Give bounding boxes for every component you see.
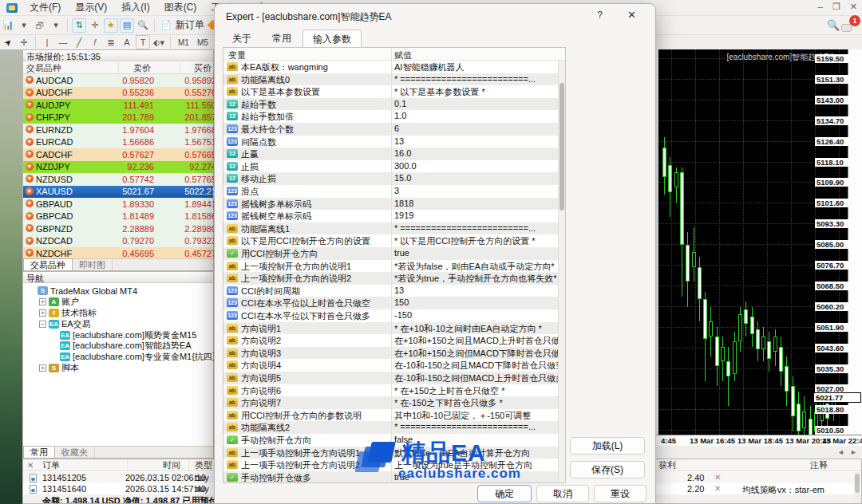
input-row[interactable]: ab功能隔离线1* =========================... xyxy=(223,222,565,235)
input-row[interactable]: 123CCI的时间周期13 xyxy=(223,285,565,297)
market-watch-row-EURCAD[interactable]: ▼EURCAD1.566861.56751 xyxy=(23,136,213,149)
input-row[interactable]: 123CCI在本水平位以下时首仓只做多-150 xyxy=(223,309,565,322)
tree-expander-icon[interactable]: + xyxy=(39,309,46,317)
window-minimize-icon[interactable]: – xyxy=(818,2,823,12)
profiles-dropdown-icon[interactable]: ▾ xyxy=(49,18,63,33)
input-row[interactable]: 123滑点3 xyxy=(223,185,565,198)
terminal-toggle-icon[interactable]: ▤ xyxy=(120,18,134,33)
market-watch-row-GBPNZD[interactable]: ▼GBPNZD2.288892.28980 xyxy=(23,222,213,235)
help-icon[interactable]: ? xyxy=(597,10,603,21)
horizontal-line-tool-icon[interactable]: — xyxy=(56,35,70,49)
notifications-icon[interactable]: 1 xyxy=(841,18,857,33)
market-watch-row-AUDCHF[interactable]: ▼AUDCHF0.552360.55276 xyxy=(23,87,213,100)
tab-about[interactable]: 关于 xyxy=(223,30,261,47)
window-close-icon[interactable]: ✕ xyxy=(850,2,857,12)
market-watch-row-EURNZD[interactable]: ▼EURNZD1.976041.97668 xyxy=(23,124,213,136)
input-row[interactable]: 12起始手数加倍1.0 xyxy=(223,110,565,123)
scroll-left-icon[interactable]: ◄ xyxy=(837,448,844,456)
tab-favorites[interactable]: 收藏夹 xyxy=(55,447,95,458)
input-row[interactable]: 12止赢16.0 xyxy=(223,148,565,160)
market-watch-row-GBPAUD[interactable]: ▼GBPAUD1.893301.89441 xyxy=(23,198,213,211)
new-chart-icon[interactable]: 📊 xyxy=(1,18,15,33)
menu-图表(C)[interactable]: 图表(C) xyxy=(157,0,204,14)
close-icon[interactable]: ✕ xyxy=(627,9,636,21)
label-tool-icon[interactable]: T xyxy=(136,35,150,49)
input-row[interactable]: ab以下是用CCI控制开仓方向的设置* 以下是用CCI控制开仓方向的设置 * xyxy=(223,234,565,247)
close-order-icon[interactable]: ✕ xyxy=(714,484,721,493)
market-watch-row-NZDJPY[interactable]: ▼NZDJPY92.23692.274 xyxy=(23,161,213,174)
inputs-scrollbar[interactable] xyxy=(558,61,565,483)
input-row[interactable]: ab用CCI控制开仓方向的参数说明其中10和-10已固定，＋-150可调整 xyxy=(223,409,565,422)
ok-button[interactable]: 确定 xyxy=(477,485,532,502)
trendline-tool-icon[interactable]: ╱ xyxy=(72,35,86,49)
input-row[interactable]: ab方向说明1* 在+10和-10之间时由EA自动定方向 * xyxy=(223,322,565,335)
load-button[interactable]: 加载(L) xyxy=(570,437,645,455)
new-order-icon[interactable]: 📄 xyxy=(159,18,173,33)
market-watch-row-AUDCAD[interactable]: ▼AUDCAD0.958200.95892 xyxy=(23,74,213,87)
chart-time-axis[interactable]: 4:4513 Mar 16:4513 Mar 18:4513 Mar 20:45… xyxy=(656,435,862,446)
tree-expander-icon[interactable]: + xyxy=(39,364,46,372)
new-order-button[interactable]: 新订单 xyxy=(176,18,204,32)
tree-expander-icon[interactable]: − xyxy=(39,321,46,328)
cursor-tool-icon[interactable]: ➤ xyxy=(0,32,18,52)
reset-button[interactable]: 重设 xyxy=(594,485,646,502)
profiles-icon[interactable]: 🗗 xyxy=(33,18,47,33)
market-watch-row-AUDJPY[interactable]: ▼AUDJPY111.491111.550 xyxy=(23,99,213,112)
channel-tool-icon[interactable]: ≣ xyxy=(104,35,118,49)
input-row[interactable]: ab以下是基本参数设置* 以下是基本参数设置 * xyxy=(223,85,565,98)
input-row[interactable]: 123摇钱树空单标示码1919 xyxy=(223,210,565,222)
new-chart-dropdown-icon[interactable]: ▾ xyxy=(17,18,31,33)
input-row[interactable]: ab上一项控制开仓方向的说明2*若设为true，手动控制开仓方向也将失效* xyxy=(223,272,565,285)
input-row[interactable]: ab方向说明7* 在-150之下时首仓只做多 * xyxy=(223,396,565,409)
market-watch-row-XAUUSD[interactable]: ▼XAUUSD5021.675022.21 xyxy=(23,186,213,199)
save-button[interactable]: 保存(S) xyxy=(570,461,645,478)
input-row[interactable]: ab方向说明6* 在+150之上时首仓只做空 * xyxy=(223,384,565,397)
terminal-close-icon[interactable]: ✕ xyxy=(27,461,34,470)
chart-scrollbar[interactable]: ◄ ► xyxy=(656,447,862,458)
tab-inputs[interactable]: 输入参数 xyxy=(302,30,362,47)
vertical-line-tool-icon[interactable]: | xyxy=(40,35,54,49)
market-watch-toggle-icon[interactable]: ⇅ xyxy=(72,18,86,33)
crosshair-tool-icon[interactable]: ✛ xyxy=(17,35,31,49)
fibonacci-tool-icon[interactable]: 𝑓 xyxy=(88,35,102,49)
input-row[interactable]: ab方向说明4在-10和-150之间且MACD下降时首仓只做空 xyxy=(223,359,565,372)
menu-显示(V)[interactable]: 显示(V) xyxy=(68,0,114,14)
market-watch-row-CHFJPY[interactable]: ▼CHFJPY201.789201.857 xyxy=(23,112,213,124)
text-tool-icon[interactable]: A xyxy=(120,35,134,49)
input-row[interactable]: 123CCI在本水平位以上时首仓只做空150 xyxy=(223,297,565,309)
terminal-scrollbar[interactable] xyxy=(854,472,860,504)
input-row[interactable]: 123最大持仓个数6 xyxy=(223,123,565,136)
close-order-icon[interactable]: ✕ xyxy=(714,473,721,482)
dialog-title-bar[interactable]: Expert - [eaclubshare.com]智能趋势EA ? ✕ xyxy=(215,4,655,26)
timeframe-m5-button[interactable]: M5 xyxy=(193,37,212,48)
input-row[interactable]: 12移动止损15.0 xyxy=(223,172,565,185)
chart-price-axis[interactable]: 5159.505151.305143.005134.705126.405118.… xyxy=(848,49,862,435)
window-restore-icon[interactable]: ❐ xyxy=(832,2,840,12)
input-row[interactable]: ab功能隔离线2* =========================... xyxy=(223,421,565,434)
input-row[interactable]: ab本EA版权：wangmingAI智能稳赚机器人 xyxy=(223,61,565,73)
navigator-toggle-icon[interactable]: ★ xyxy=(104,18,118,33)
input-row[interactable]: 123摇钱树多单标示码1818 xyxy=(223,198,565,211)
input-row[interactable]: ✓用CCI控制开仓方向true xyxy=(223,247,565,260)
menu-文件(F)[interactable]: 文件(F) xyxy=(22,0,68,14)
input-row[interactable]: ab方向说明2在+10和+150之间且MACD上升时首仓只做多 xyxy=(223,334,565,347)
input-row[interactable]: 12起始手数0.1 xyxy=(223,98,565,111)
shapes-tool-icon[interactable]: ⬖▾ xyxy=(152,35,166,49)
market-watch-row-NZDUSD[interactable]: ▼NZDUSD0.577420.57765 xyxy=(23,173,213,186)
tab-tick-chart[interactable]: 即时图 xyxy=(73,259,113,270)
input-row[interactable]: 12止损300.0 xyxy=(223,160,565,173)
market-watch-row-NZDCAD[interactable]: ▼NZDCAD0.792700.79323 xyxy=(23,235,213,248)
menu-插入(I)[interactable]: 插入(I) xyxy=(114,0,156,14)
market-watch-row-CADCHF[interactable]: ▼CADCHF0.576270.57665 xyxy=(23,148,213,161)
input-row[interactable]: ab方向说明3在+10和+150之间但MACD下降时首仓只做空 xyxy=(223,347,565,360)
strategy-tester-icon[interactable]: 🔍 xyxy=(136,18,150,33)
tab-common[interactable]: 常用 xyxy=(23,446,55,458)
data-window-icon[interactable]: ✛ xyxy=(88,18,102,33)
tab-common[interactable]: 常用 xyxy=(263,30,301,47)
input-row[interactable]: ab上一项控制开仓方向的说明1*若设为false，则由EA自动或手动定方向* xyxy=(223,260,565,273)
cancel-button[interactable]: 取消 xyxy=(536,485,589,502)
search-icon[interactable]: 🔍 xyxy=(826,18,840,33)
tree-expander-icon[interactable]: + xyxy=(39,298,46,305)
tab-symbols[interactable]: 交易品种 xyxy=(23,258,73,270)
input-row[interactable]: 123间隔点数13 xyxy=(223,136,565,148)
